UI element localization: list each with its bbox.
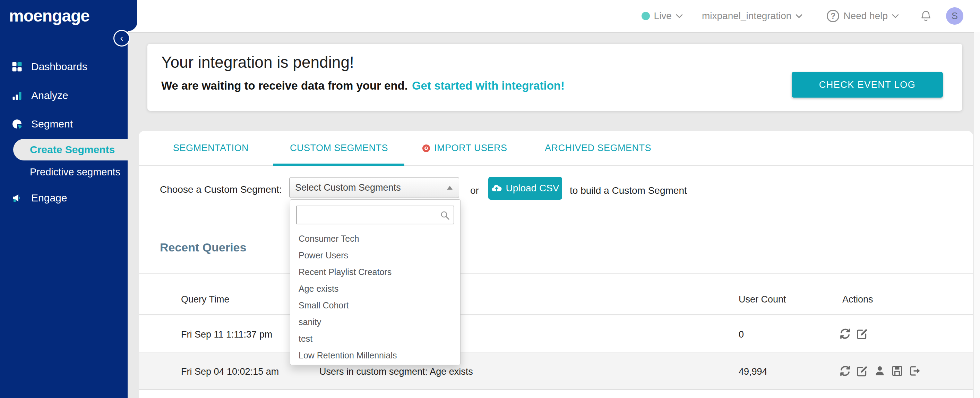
column-header-actions: Actions xyxy=(842,294,873,305)
table-row: Fri Sep 11 1:11:37 pm 0 xyxy=(139,315,973,353)
dropdown-option[interactable]: Recent Playlist Creators xyxy=(290,264,460,280)
sidebar-item-analyze[interactable]: Analyze xyxy=(0,85,127,106)
sidebar-item-segment[interactable]: Segment xyxy=(0,113,127,134)
divider xyxy=(139,273,973,274)
chevron-down-icon xyxy=(676,14,683,18)
tabs-bar: SEGMENTATION CUSTOM SEGMENTS IMPORT USER… xyxy=(139,131,973,166)
engage-megaphone-icon xyxy=(11,192,22,203)
sidebar-item-label: Engage xyxy=(31,192,67,204)
search-icon xyxy=(440,210,450,221)
tab-segmentation[interactable]: SEGMENTATION xyxy=(173,131,249,165)
avatar-initial: S xyxy=(951,11,958,22)
sidebar-item-predictive-segments[interactable]: Predictive segments xyxy=(0,166,127,178)
need-help-dropdown[interactable]: ? Need help xyxy=(827,10,899,22)
user-count-cell: 49,994 xyxy=(739,366,767,377)
tab-label: CUSTOM SEGMENTS xyxy=(290,143,388,153)
dropdown-option[interactable]: Low Retention Millennials xyxy=(290,347,460,364)
query-cell: Users in custom segment: Age exists xyxy=(320,366,473,377)
user-count-cell: 0 xyxy=(739,329,744,340)
segments-card: SEGMENTATION CUSTOM SEGMENTS IMPORT USER… xyxy=(139,131,973,398)
project-dropdown[interactable]: mixpanel_integration xyxy=(702,10,802,22)
dropdown-search-input[interactable] xyxy=(300,208,440,223)
live-status-dot xyxy=(641,12,650,20)
app-root: Live mixpanel_integration ? Need help S xyxy=(0,0,980,398)
dropdown-option[interactable]: sanity xyxy=(290,313,460,330)
check-event-log-button[interactable]: CHECK EVENT LOG xyxy=(792,72,943,98)
sidebar: Dashboards Analyze Segment Create Segmen… xyxy=(0,0,127,398)
sidebar-item-label: Segment xyxy=(31,118,73,130)
export-icon[interactable] xyxy=(908,364,921,377)
chevron-down-icon xyxy=(892,14,899,18)
column-header-user-count: User Count xyxy=(739,294,786,305)
or-text: or xyxy=(470,185,479,196)
dropdown-option[interactable]: Consumer Tech xyxy=(290,230,460,247)
moengage-logo: moengage xyxy=(9,6,89,26)
analyze-icon xyxy=(11,90,22,101)
user-avatar[interactable]: S xyxy=(946,7,963,25)
recent-queries-title: Recent Queries xyxy=(160,241,246,254)
dropdown-options-list: Consumer Tech Power Users Recent Playlis… xyxy=(290,230,460,364)
sidebar-item-label: Create Segments xyxy=(30,144,115,156)
build-custom-segment-text: to build a Custom Segment xyxy=(570,185,687,196)
scrollbar-track[interactable] xyxy=(974,32,980,398)
table-row: Fri Sep 04 10:02:15 am Users in custom s… xyxy=(139,353,973,390)
dropdown-option[interactable]: Age exists xyxy=(290,280,460,297)
row-actions xyxy=(838,364,921,377)
tab-custom-segments[interactable]: CUSTOM SEGMENTS xyxy=(290,131,388,165)
upload-csv-button[interactable]: Upload CSV xyxy=(488,177,562,200)
edit-icon[interactable] xyxy=(856,327,869,340)
integration-pending-banner: Your integration is pending! We are wait… xyxy=(147,44,963,111)
sidebar-item-create-segments[interactable]: Create Segments xyxy=(13,139,127,160)
row-actions xyxy=(838,327,869,340)
choose-custom-segment-label: Choose a Custom Segment: xyxy=(160,184,282,195)
tab-label: IMPORT USERS xyxy=(434,143,508,153)
chevron-down-icon xyxy=(795,14,802,18)
refresh-icon[interactable] xyxy=(838,327,852,340)
import-users-dot-icon xyxy=(422,144,430,152)
custom-segments-dropdown-panel: Consumer Tech Power Users Recent Playlis… xyxy=(290,199,461,365)
get-started-link[interactable]: Get started with integration! xyxy=(412,79,565,92)
tab-import-users[interactable]: IMPORT USERS xyxy=(422,131,508,165)
query-time-cell: Fri Sep 04 10:02:15 am xyxy=(181,366,279,377)
select-arrow-up-icon xyxy=(447,186,453,190)
sidebar-item-label: Analyze xyxy=(31,90,68,101)
segment-pie-icon xyxy=(11,118,22,129)
banner-message: We are waiting to receive data from your… xyxy=(161,79,565,93)
edit-icon[interactable] xyxy=(856,364,869,377)
tab-label: ARCHIVED SEGMENTS xyxy=(545,143,651,153)
dropdown-search-box xyxy=(296,206,454,224)
query-time-cell: Fri Sep 11 1:11:37 pm xyxy=(181,329,272,340)
custom-segment-select[interactable]: Select Custom Segments xyxy=(289,177,459,198)
notifications-bell-icon[interactable] xyxy=(920,10,932,22)
dropdown-option[interactable]: Power Users xyxy=(290,247,460,264)
user-icon[interactable] xyxy=(873,364,886,377)
environment-label: Live xyxy=(654,10,672,22)
sidebar-item-dashboards[interactable]: Dashboards xyxy=(0,56,127,77)
sidebar-item-label: Predictive segments xyxy=(30,166,120,177)
tab-label: SEGMENTATION xyxy=(173,143,249,153)
sidebar-item-label: Dashboards xyxy=(31,61,88,73)
refresh-icon[interactable] xyxy=(838,364,852,377)
banner-title: Your integration is pending! xyxy=(161,53,354,72)
cloud-upload-icon xyxy=(491,183,502,194)
tab-archived-segments[interactable]: ARCHIVED SEGMENTS xyxy=(545,131,651,165)
sidebar-item-engage[interactable]: Engage xyxy=(0,187,127,208)
need-help-label: Need help xyxy=(843,10,888,22)
sidebar-collapse-button[interactable]: ‹ xyxy=(113,30,130,46)
dropdown-option[interactable]: test xyxy=(290,330,460,347)
header-controls: Live mixpanel_integration ? Need help S xyxy=(641,0,963,32)
logo-block: moengage xyxy=(0,0,137,31)
select-value: Select Custom Segments xyxy=(295,182,401,193)
environment-dropdown[interactable]: Live xyxy=(641,10,683,22)
project-name: mixpanel_integration xyxy=(702,10,791,22)
save-icon[interactable] xyxy=(891,364,904,377)
help-icon: ? xyxy=(827,10,839,22)
dropdown-option[interactable]: Small Cohort xyxy=(290,297,460,313)
active-tab-indicator xyxy=(273,163,404,166)
banner-message-text: We are waiting to receive data from your… xyxy=(161,79,408,92)
dashboards-icon xyxy=(11,61,22,72)
upload-csv-label: Upload CSV xyxy=(506,183,559,194)
column-header-query-time: Query Time xyxy=(181,294,229,305)
top-header: Live mixpanel_integration ? Need help S xyxy=(0,0,980,33)
